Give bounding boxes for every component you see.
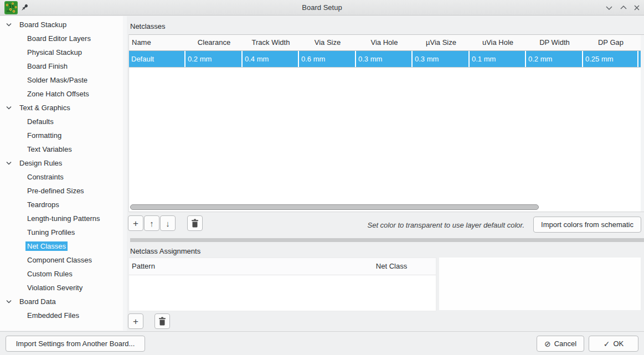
sidebar-item-label: Zone Hatch Offsets <box>25 89 91 99</box>
column-header-name: Name <box>129 35 186 50</box>
pushpin-icon <box>20 3 29 12</box>
arrow-up-icon: ↑ <box>150 219 154 228</box>
sidebar-item-physical-stackup[interactable]: Physical Stackup <box>0 45 123 59</box>
button-label: Import Settings from Another Board... <box>16 339 135 348</box>
sidebar-item-label: Embedded Files <box>25 311 81 320</box>
sidebar-item-pre-defined-sizes[interactable]: Pre-defined Sizes <box>0 184 123 198</box>
kicad-pcbnew-app-icon <box>4 1 18 14</box>
column-header-uvia-size: µVia Size <box>413 35 470 50</box>
sidebar-item-label: Length-tuning Patterns <box>25 214 102 223</box>
netclass-cell-via-size[interactable]: 0.6 mm <box>299 51 356 67</box>
sidebar-item-design-rules[interactable]: Design Rules <box>0 156 123 170</box>
chevron-down-icon[interactable] <box>5 160 13 167</box>
sidebar-item-length-tuning-patterns[interactable]: Length-tuning Patterns <box>0 212 123 225</box>
sidebar-item-label: Text Variables <box>25 145 74 154</box>
sidebar-item-label: Board Stackup <box>18 20 68 29</box>
column-header-uvia-hole: uVia Hole <box>470 35 526 50</box>
sidebar-item-label: Board Data <box>18 297 58 306</box>
button-label: Cancel <box>554 339 576 348</box>
netclass-cell-via-hole[interactable]: 0.3 mm <box>356 51 413 67</box>
netclass-cell-uvia-size[interactable]: 0.3 mm <box>413 51 470 67</box>
netclasses-header-row: Name Clearance Track Width Via Size Via … <box>129 35 641 51</box>
color-hint-text: Set color to transparent to use layer de… <box>248 221 524 229</box>
sidebar-item-net-classes[interactable]: Net Classes <box>0 239 123 253</box>
sidebar-item-component-classes[interactable]: Component Classes <box>0 253 123 267</box>
window-title: Board Setup <box>111 0 533 15</box>
assignments-header-row: Pattern Net Class <box>129 258 436 275</box>
column-header-track-width: Track Width <box>243 35 299 50</box>
check-icon: ✓ <box>604 339 610 348</box>
move-netclass-up-button[interactable]: ↑ <box>144 215 159 231</box>
netclass-cell-dp-width[interactable]: 0.2 mm <box>526 51 583 67</box>
cancel-button[interactable]: ⊘ Cancel <box>537 336 584 352</box>
netclasses-vertical-scrollbar[interactable] <box>641 35 644 212</box>
maximize-button[interactable] <box>619 3 628 12</box>
sidebar-item-zone-hatch-offsets[interactable]: Zone Hatch Offsets <box>0 87 123 101</box>
assignments-section-title: Netclass Assignments <box>130 247 200 255</box>
netclass-row-default[interactable]: Default 0.2 mm 0.4 mm 0.6 mm 0.3 mm 0.3 … <box>129 51 641 68</box>
column-header-pattern: Pattern <box>129 258 347 275</box>
sidebar-item-constraints[interactable]: Constraints <box>0 170 123 184</box>
sidebar-item-text-variables[interactable]: Text Variables <box>0 142 123 156</box>
sidebar-item-formatting[interactable]: Formatting <box>0 128 123 142</box>
netclasses-grid: Name Clearance Track Width Via Size Via … <box>128 34 644 212</box>
sidebar-item-board-editor-layers[interactable]: Board Editor Layers <box>0 32 123 45</box>
delete-assignment-button[interactable] <box>154 313 170 329</box>
column-header-clearance: Clearance <box>186 35 243 50</box>
sidebar-item-board-stackup[interactable]: Board Stackup <box>0 18 123 32</box>
netclass-cell-name[interactable]: Default <box>129 51 186 67</box>
netclass-cell-dp-gap[interactable]: 0.25 mm <box>583 51 638 67</box>
sidebar-item-tuning-profiles[interactable]: Tuning Profiles <box>0 225 123 239</box>
sidebar-item-embedded-files[interactable]: Embedded Files <box>0 308 123 322</box>
column-header-via-hole: Via Hole <box>356 35 413 50</box>
sidebar-item-solder-mask-paste[interactable]: Solder Mask/Paste <box>0 73 123 87</box>
netclass-cell-clearance[interactable]: 0.2 mm <box>186 51 243 67</box>
sidebar-item-text-graphics[interactable]: Text & Graphics <box>0 101 123 115</box>
column-header-dp-gap: DP Gap <box>583 35 638 50</box>
sidebar-scrollbar[interactable] <box>123 16 127 331</box>
netclasses-horizontal-scrollbar[interactable] <box>129 204 637 210</box>
delete-netclass-button[interactable] <box>187 215 203 231</box>
sidebar-item-label: Physical Stackup <box>25 48 84 57</box>
sidebar-item-label: Component Classes <box>25 255 94 265</box>
add-assignment-button[interactable]: + <box>128 313 143 329</box>
assignments-grid[interactable]: Pattern Net Class <box>128 258 436 311</box>
sidebar-item-label: Tuning Profiles <box>25 228 76 237</box>
trash-icon <box>158 317 166 326</box>
ok-button[interactable]: ✓ OK <box>589 336 638 352</box>
sidebar-item-label: Custom Rules <box>25 269 74 279</box>
sidebar-item-label: Teardrops <box>25 200 61 209</box>
chevron-down-icon[interactable] <box>5 21 13 29</box>
netclass-cell-uvia-hole[interactable]: 0.1 mm <box>470 51 526 67</box>
sidebar-item-custom-rules[interactable]: Custom Rules <box>0 267 123 281</box>
sidebar-item-defaults[interactable]: Defaults <box>0 115 123 128</box>
netclass-cell-track-width[interactable]: 0.4 mm <box>243 51 299 67</box>
splitter-sash[interactable] <box>130 238 644 242</box>
minimize-button[interactable] <box>605 3 614 12</box>
trash-icon <box>191 219 199 228</box>
chevron-down-icon[interactable] <box>5 298 13 306</box>
sidebar-item-label: Design Rules <box>18 158 64 168</box>
sidebar-item-board-finish[interactable]: Board Finish <box>0 59 123 73</box>
import-colors-from-schematic-button[interactable]: Import colors from schematic <box>533 217 641 233</box>
board-setup-dialog: Board Setup Board Stackup Board Editor L… <box>0 0 644 355</box>
sidebar-item-label: Defaults <box>25 117 55 126</box>
sidebar-item-board-data[interactable]: Board Data <box>0 295 123 308</box>
chevron-down-icon[interactable] <box>5 104 13 112</box>
sidebar-item-label: Formatting <box>25 131 63 140</box>
sidebar-item-label: Pre-defined Sizes <box>25 186 86 195</box>
settings-tree: Board Stackup Board Editor Layers Physic… <box>0 16 123 331</box>
column-header-dp-width: DP Width <box>526 35 583 50</box>
sidebar-item-violation-severity[interactable]: Violation Severity <box>0 281 123 295</box>
sidebar-item-teardrops[interactable]: Teardrops <box>0 198 123 212</box>
import-settings-button[interactable]: Import Settings from Another Board... <box>6 336 145 352</box>
move-netclass-down-button[interactable]: ↓ <box>160 215 176 231</box>
sidebar-item-label: Constraints <box>25 172 65 182</box>
add-netclass-button[interactable]: + <box>128 215 143 231</box>
horizontal-scrollbar-thumb[interactable] <box>130 204 539 210</box>
arrow-down-icon: ↓ <box>166 219 170 228</box>
close-button[interactable] <box>632 3 641 12</box>
sidebar-item-label: Text & Graphics <box>18 103 72 112</box>
dialog-footer: Import Settings from Another Board... ⊘ … <box>0 331 644 355</box>
netclasses-grid-viewport: Name Clearance Track Width Via Size Via … <box>129 35 641 212</box>
